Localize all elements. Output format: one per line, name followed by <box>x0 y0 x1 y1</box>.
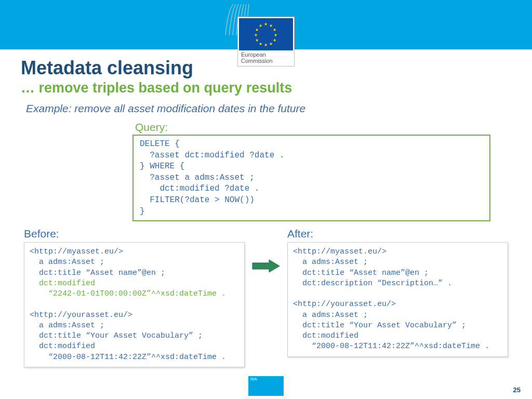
svg-marker-0 <box>252 260 280 272</box>
after-label: After: <box>287 228 508 240</box>
example-text: Example: remove all asset modification d… <box>26 102 511 115</box>
before-code-box: <http://myasset.eu/> a adms:Asset ; dct:… <box>24 242 245 367</box>
eu-flag-icon: ★ ★ ★ ★ ★ ★ ★ ★ ★ ★ ★ ★ <box>239 18 293 50</box>
slide-content: Metadata cleansing … remove triples base… <box>0 49 532 367</box>
before-after-row: Before: <http://myasset.eu/> a adms:Asse… <box>21 228 511 367</box>
isa-badge: ISA <box>248 376 284 396</box>
logo-label: EuropeanCommission <box>239 50 293 65</box>
ec-logo: ★ ★ ★ ★ ★ ★ ★ ★ ★ ★ ★ ★ EuropeanCommissi… <box>237 17 295 66</box>
after-code-box: <http://myasset.eu/> a adms:Asset ; dct:… <box>287 242 508 357</box>
query-code-box: DELETE { ?asset dct:modified ?date . } W… <box>132 135 490 221</box>
before-label: Before: <box>24 228 245 240</box>
arrow-right-icon <box>251 259 281 273</box>
query-label: Query: <box>135 121 511 134</box>
slide-subtitle: … remove triples based on query results <box>21 80 511 96</box>
page-number: 25 <box>513 386 521 394</box>
